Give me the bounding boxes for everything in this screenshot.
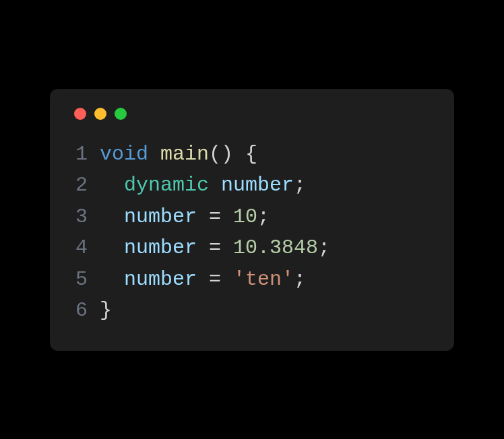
- token-kw-void: void: [100, 143, 148, 166]
- editor-window: 1void main() {2 dynamic number;3 number …: [50, 89, 454, 351]
- token-str: 'ten': [233, 268, 294, 291]
- code-block: 1void main() {2 dynamic number;3 number …: [71, 139, 433, 327]
- line-number: 6: [71, 295, 100, 327]
- token-kw-dyn: dynamic: [124, 174, 209, 197]
- token-plain: [209, 174, 221, 197]
- token-plain: [148, 143, 160, 166]
- line-content: dynamic number;: [100, 170, 433, 201]
- token-plain: [100, 174, 124, 197]
- token-plain: =: [197, 236, 233, 259]
- code-line: 6}: [71, 295, 433, 327]
- token-plain: ;: [294, 268, 306, 291]
- line-content: number = 10;: [100, 201, 433, 233]
- line-number: 2: [71, 170, 100, 201]
- line-content: void main() {: [100, 139, 433, 170]
- token-plain: [100, 205, 124, 228]
- token-plain: }: [100, 299, 112, 322]
- close-icon[interactable]: [74, 108, 86, 120]
- line-number: 5: [71, 264, 100, 296]
- token-plain: ;: [294, 174, 306, 197]
- token-ident: number: [124, 268, 197, 291]
- token-plain: ;: [257, 205, 270, 228]
- window-controls: [71, 108, 433, 120]
- token-ident: number: [124, 205, 197, 228]
- token-num: 10: [233, 205, 257, 228]
- token-num: 10.3848: [233, 236, 318, 259]
- code-line: 4 number = 10.3848;: [71, 232, 433, 264]
- token-plain: [100, 236, 124, 259]
- token-ident: number: [124, 236, 197, 259]
- code-line: 1void main() {: [71, 139, 433, 170]
- token-plain: () {: [209, 143, 257, 166]
- line-content: number = 10.3848;: [100, 232, 433, 264]
- minimize-icon[interactable]: [94, 108, 106, 120]
- code-line: 3 number = 10;: [71, 201, 433, 233]
- token-fn: main: [160, 143, 209, 166]
- maximize-icon[interactable]: [115, 108, 127, 120]
- token-plain: ;: [318, 236, 330, 259]
- line-content: }: [100, 295, 433, 327]
- token-ident: number: [221, 174, 294, 197]
- line-number: 3: [71, 201, 100, 233]
- line-number: 1: [71, 139, 100, 170]
- line-content: number = 'ten';: [100, 264, 433, 296]
- token-plain: [100, 268, 124, 291]
- code-line: 5 number = 'ten';: [71, 264, 433, 296]
- token-plain: =: [197, 268, 233, 291]
- line-number: 4: [71, 232, 100, 264]
- token-plain: =: [197, 205, 233, 228]
- code-line: 2 dynamic number;: [71, 170, 433, 201]
